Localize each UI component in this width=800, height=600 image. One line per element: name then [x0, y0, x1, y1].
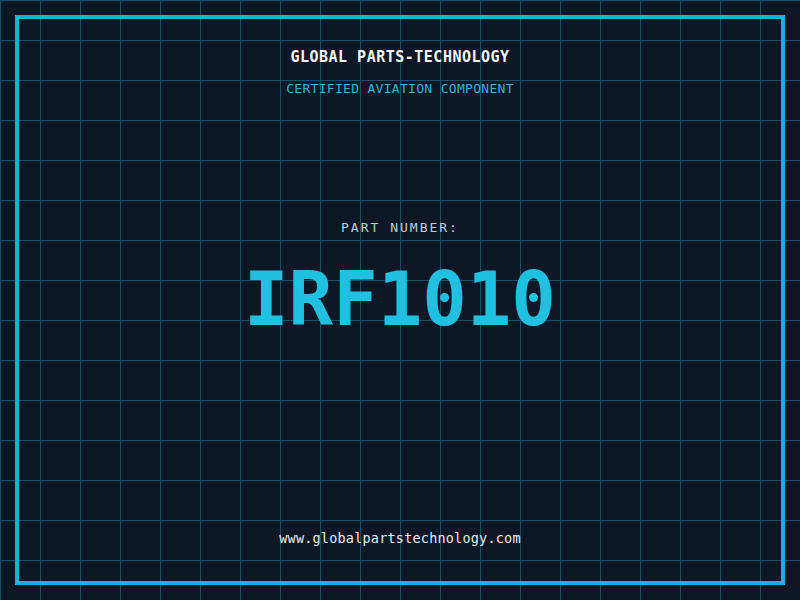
part-number-value: IRF1010 — [0, 260, 800, 338]
part-number-label: PART NUMBER: — [0, 221, 800, 234]
certification-subtitle: CERTIFIED AVIATION COMPONENT — [0, 82, 800, 95]
website-url: www.globalpartstechnology.com — [0, 531, 800, 545]
blueprint-card: GLOBAL PARTS-TECHNOLOGY CERTIFIED AVIATI… — [0, 0, 800, 600]
company-title: GLOBAL PARTS-TECHNOLOGY — [0, 50, 800, 65]
